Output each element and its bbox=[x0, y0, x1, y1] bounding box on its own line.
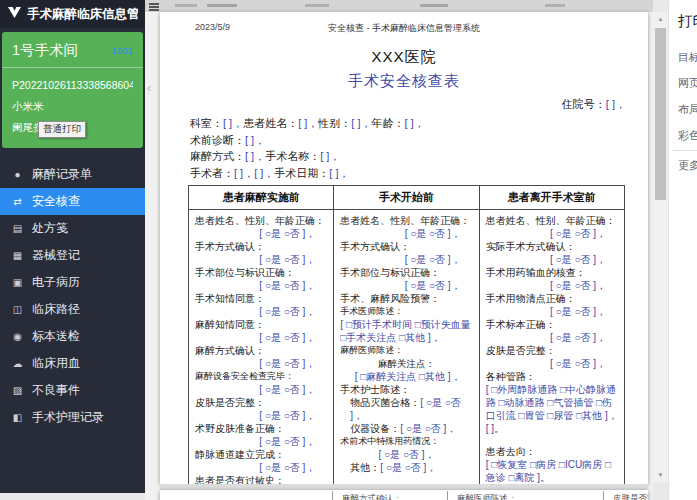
checklist-question: 麻醉关注点： bbox=[340, 357, 472, 370]
top-strip-artifact bbox=[175, 4, 197, 7]
page2-table-border bbox=[603, 491, 604, 500]
specimen-icon: ◉ bbox=[11, 331, 24, 342]
sidebar-item-label: 临床用血 bbox=[32, 355, 80, 372]
checklist-answer: [ ○是 ○否 ]， bbox=[486, 253, 618, 266]
print-setting-label-3: 彩色 bbox=[678, 128, 697, 143]
checklist-answer: [ ○是 ○否 ]， bbox=[486, 331, 618, 344]
patient-info-line: 科室：[ ]，患者姓名：[ ]，性别：[ ]，年龄：[ ]， bbox=[190, 115, 620, 132]
page2-text-fragment: 麻醉医师陈述： bbox=[457, 493, 517, 500]
collapse-chevron-icon[interactable]: ‹ bbox=[147, 80, 151, 95]
checklist-answer: [ ○是 ○否 ]， bbox=[195, 227, 327, 240]
checklist-question: 皮肤是否完整： bbox=[195, 396, 327, 409]
clinical-pathway-icon: ◫ bbox=[11, 304, 24, 315]
checklist-answer: [ ○是 ○否 ]， bbox=[340, 279, 472, 292]
page2-table-border bbox=[332, 491, 333, 500]
sidebar-item-0[interactable]: ●麻醉记录单 bbox=[0, 161, 145, 188]
checklist-answer: [ ○是 ○否 ]， bbox=[486, 279, 618, 292]
sidebar-item-5[interactable]: ◫临床路径 bbox=[0, 296, 145, 323]
checklist-question: 手术用药输血的核查： bbox=[486, 266, 618, 279]
checklist-answer: [ ○是 ○否 ]， bbox=[486, 357, 618, 370]
adverse-event-icon: ▨ bbox=[11, 385, 24, 396]
patient-info-line: 术前诊断：[ ]， bbox=[190, 132, 620, 149]
sidebar-item-label: 处方笺 bbox=[32, 220, 68, 237]
print-tooltip: 普通打印 bbox=[38, 121, 86, 138]
sidebar-item-3[interactable]: ▦器械登记 bbox=[0, 242, 145, 269]
scrollbar-thumb[interactable] bbox=[655, 28, 666, 200]
sidebar-item-1[interactable]: ⇄安全核查 bbox=[0, 188, 145, 215]
sidebar-item-6[interactable]: ◉标本送检 bbox=[0, 323, 145, 350]
checklist-question: 麻醉医师陈述： bbox=[340, 344, 472, 357]
checklist-answer: [ ○是 ○否 ]， bbox=[195, 435, 327, 448]
sidebar-item-label: 电子病历 bbox=[32, 274, 80, 291]
top-strip bbox=[145, 0, 653, 12]
checklist-question: 手术用物清点正确： bbox=[486, 292, 618, 305]
checklist-answer: [ ○是 ○否 ]， bbox=[195, 331, 327, 344]
app-header: 手术麻醉临床信息管... bbox=[0, 0, 145, 28]
checklist-answer: [ ○是 ○否 ]， bbox=[195, 305, 327, 318]
checklist-question bbox=[340, 474, 472, 484]
checklist-question: 患者姓名、性别、年龄正确： bbox=[486, 214, 618, 227]
sidebar-item-label: 不良事件 bbox=[32, 382, 80, 399]
print-panel-title: 打印 bbox=[678, 12, 697, 31]
safety-check-table: 患者麻醉实施前手术开始前患者离开手术室前 患者姓名、性别、年龄正确：[ ○是 ○… bbox=[188, 185, 625, 484]
admission-no-line: 住院号：[ ]， bbox=[160, 97, 648, 112]
sidebar-item-4[interactable]: ▣电子病历 bbox=[0, 269, 145, 296]
checklist-question: 手术知情同意： bbox=[195, 292, 327, 305]
print-setting-label-0: 目标 bbox=[678, 50, 697, 65]
top-strip-artifact bbox=[207, 4, 237, 7]
checklist-question: 实际手术方式确认： bbox=[486, 240, 618, 253]
checklist-question: 术前术中特殊用药情况： bbox=[340, 435, 472, 448]
checklist-question: 患者姓名、性别、年龄正确： bbox=[340, 214, 472, 227]
scroll-up-icon[interactable]: ▲ bbox=[653, 12, 668, 26]
print-dialog-panel: 打印 目标网页布局彩色 更多 bbox=[668, 0, 697, 500]
instrument-register-icon: ▦ bbox=[11, 250, 24, 261]
patient-info-line: 麻醉方式：[ ]，手术名称：[ ]， bbox=[190, 148, 620, 165]
preview-scrollbar[interactable]: ▲ ▼ bbox=[653, 12, 668, 482]
checklist-question: 手术方式确认： bbox=[195, 240, 327, 253]
room-card-line: 小米米 bbox=[12, 96, 133, 117]
sidebar: 手术麻醉临床信息管... 1号手术间 1001 P202210261133385… bbox=[0, 0, 145, 493]
more-settings-label[interactable]: 更多 bbox=[678, 158, 697, 173]
checklist-question: 手术部位与标识正确： bbox=[340, 266, 472, 279]
safety-check-icon: ⇄ bbox=[11, 196, 24, 207]
sidebar-item-2[interactable]: ▤处方笺 bbox=[0, 215, 145, 242]
checklist-answer: [ ○是 ○否 ]， bbox=[340, 448, 472, 461]
emr-icon: ▣ bbox=[11, 277, 24, 288]
checklist-answer: [ □恢复室 □病房 □ICU病房 □急诊 □离院 ]。 bbox=[486, 458, 618, 484]
checklist-question: 物品灭菌合格：[ ○是 ○否 ]， bbox=[340, 396, 472, 422]
checklist-question: 麻醉知情同意： bbox=[195, 318, 327, 331]
top-strip-artifact bbox=[420, 4, 448, 7]
hospital-title: XXX医院 bbox=[160, 48, 648, 67]
sidebar-item-9[interactable]: ◧手术护理记录 bbox=[0, 404, 145, 431]
checklist-answer: [ ○是 ○否 ]， bbox=[340, 253, 472, 266]
print-setting-label-2: 布局 bbox=[678, 102, 697, 117]
checklist-question: 患者去向： bbox=[486, 445, 618, 458]
top-strip-artifact bbox=[305, 4, 329, 7]
checklist-answer: [ ○是 ○否 ]， bbox=[486, 227, 618, 240]
print-setting-label-1: 网页 bbox=[678, 76, 697, 91]
sidebar-item-7[interactable]: ☁临床用血 bbox=[0, 350, 145, 377]
checklist-question: 手术护士陈述： bbox=[340, 383, 472, 396]
checklist-question: 各种管路： bbox=[486, 370, 618, 383]
main-area: ‹ 2023/5/9 安全核查 - 手术麻醉临床信息管理系统 XXX医院 手术安… bbox=[145, 0, 697, 500]
checklist-question: 患者姓名、性别、年龄正确： bbox=[195, 214, 327, 227]
print-doc-title: 安全核查 - 手术麻醉临床信息管理系统 bbox=[160, 22, 648, 35]
prescription-icon: ▤ bbox=[11, 223, 24, 234]
room-name: 1号手术间 bbox=[12, 41, 78, 60]
checklist-answer: [ ○是 ○否 ]， bbox=[195, 409, 327, 422]
table-column-0: 患者姓名、性别、年龄正确：[ ○是 ○否 ]，手术方式确认：[ ○是 ○否 ]，… bbox=[189, 210, 334, 485]
app-title: 手术麻醉临床信息管... bbox=[27, 6, 138, 23]
menu-collapse-icon[interactable] bbox=[149, 3, 159, 12]
table-column-header: 患者离开手术室前 bbox=[479, 186, 624, 210]
sidebar-menu: ●麻醉记录单⇄安全核查▤处方笺▦器械登记▣电子病历◫临床路径◉标本送检☁临床用血… bbox=[0, 161, 145, 431]
sidebar-item-label: 临床路径 bbox=[32, 301, 80, 318]
panel-divider bbox=[673, 150, 697, 151]
page2-text-fragment: 皮肤是否完整： bbox=[613, 493, 648, 500]
sidebar-item-8[interactable]: ▨不良事件 bbox=[0, 377, 145, 404]
checklist-answer: [ □外周静脉通路 □中心静脉通路 □动脉通路 □气管插管 □伤口引流 □胃管 … bbox=[486, 383, 618, 435]
checklist-question: 患者是否有过敏史： bbox=[195, 474, 327, 484]
scroll-down-icon[interactable]: ▼ bbox=[653, 468, 668, 482]
app-window: 手术麻醉临床信息管... 1号手术间 1001 P202210261133385… bbox=[0, 0, 697, 500]
checklist-question: 麻醉设备安全检查完毕： bbox=[195, 370, 327, 383]
page2-table-border bbox=[447, 491, 448, 500]
